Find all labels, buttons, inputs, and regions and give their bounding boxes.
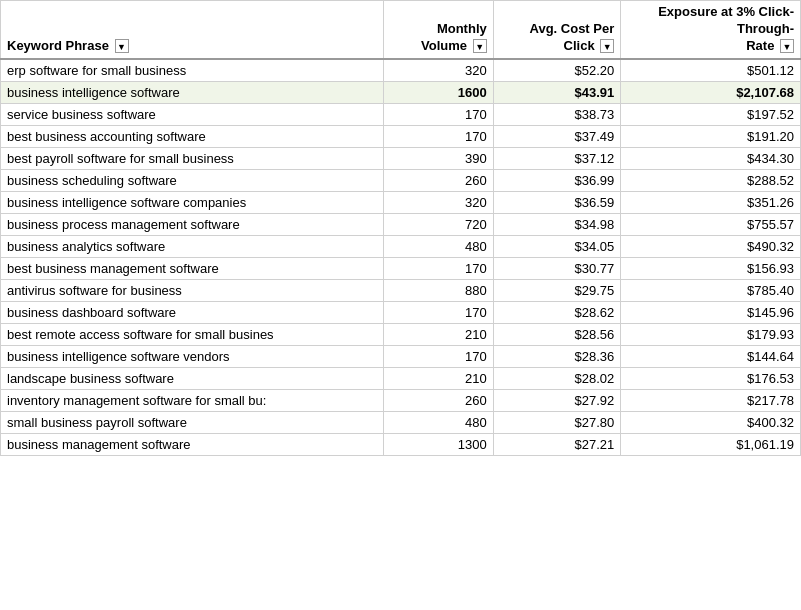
- cell-exposure: $145.96: [621, 301, 801, 323]
- cell-keyword: best business management software: [1, 257, 384, 279]
- table-row: best business management software170$30.…: [1, 257, 801, 279]
- cell-keyword: business intelligence software: [1, 81, 384, 103]
- cell-volume: 880: [383, 279, 493, 301]
- exposure-header-line2: Rate: [746, 38, 774, 53]
- cell-exposure: $197.52: [621, 103, 801, 125]
- exposure-filter-button[interactable]: ▼: [780, 39, 794, 53]
- cell-volume: 720: [383, 213, 493, 235]
- exposure-header-line1: Exposure at 3% Click-Through-: [658, 4, 794, 36]
- cell-cpc: $28.36: [493, 345, 621, 367]
- cell-keyword: service business software: [1, 103, 384, 125]
- cell-exposure: $501.12: [621, 59, 801, 82]
- table-row: best payroll software for small business…: [1, 147, 801, 169]
- cell-cpc: $28.62: [493, 301, 621, 323]
- cpc-header-line2: Click: [564, 38, 595, 53]
- table-row: best business accounting software170$37.…: [1, 125, 801, 147]
- cell-cpc: $37.12: [493, 147, 621, 169]
- cell-volume: 210: [383, 367, 493, 389]
- cell-keyword: inventory management software for small …: [1, 389, 384, 411]
- table-row: small business payroll software480$27.80…: [1, 411, 801, 433]
- cell-cpc: $30.77: [493, 257, 621, 279]
- cell-exposure: $191.20: [621, 125, 801, 147]
- cell-volume: 170: [383, 301, 493, 323]
- main-table-container: Keyword Phrase ▼ Monthly Volume ▼ Avg. C…: [0, 0, 801, 456]
- cell-exposure: $351.26: [621, 191, 801, 213]
- volume-header-line2: Volume: [421, 38, 467, 53]
- table-row: business intelligence software1600$43.91…: [1, 81, 801, 103]
- cell-cpc: $29.75: [493, 279, 621, 301]
- table-row: business intelligence software companies…: [1, 191, 801, 213]
- cell-keyword: best business accounting software: [1, 125, 384, 147]
- col-header-exposure: Exposure at 3% Click-Through- Rate ▼: [621, 1, 801, 59]
- cell-exposure: $1,061.19: [621, 433, 801, 455]
- table-row: business process management software720$…: [1, 213, 801, 235]
- cell-exposure: $217.78: [621, 389, 801, 411]
- cell-cpc: $28.56: [493, 323, 621, 345]
- cell-cpc: $28.02: [493, 367, 621, 389]
- table-row: business analytics software480$34.05$490…: [1, 235, 801, 257]
- cell-cpc: $34.98: [493, 213, 621, 235]
- cell-volume: 170: [383, 125, 493, 147]
- keyword-table: Keyword Phrase ▼ Monthly Volume ▼ Avg. C…: [0, 0, 801, 456]
- cell-volume: 170: [383, 345, 493, 367]
- cell-cpc: $36.59: [493, 191, 621, 213]
- cell-exposure: $144.64: [621, 345, 801, 367]
- cell-cpc: $27.80: [493, 411, 621, 433]
- cell-exposure: $434.30: [621, 147, 801, 169]
- cell-keyword: business dashboard software: [1, 301, 384, 323]
- table-row: business dashboard software170$28.62$145…: [1, 301, 801, 323]
- cell-exposure: $176.53: [621, 367, 801, 389]
- cell-keyword: business management software: [1, 433, 384, 455]
- cell-volume: 210: [383, 323, 493, 345]
- col-header-cpc: Avg. Cost Per Click ▼: [493, 1, 621, 59]
- table-row: best remote access software for small bu…: [1, 323, 801, 345]
- cell-keyword: landscape business software: [1, 367, 384, 389]
- cell-keyword: small business payroll software: [1, 411, 384, 433]
- cell-volume: 260: [383, 389, 493, 411]
- cell-cpc: $52.20: [493, 59, 621, 82]
- cell-exposure: $490.32: [621, 235, 801, 257]
- cell-volume: 260: [383, 169, 493, 191]
- cell-exposure: $156.93: [621, 257, 801, 279]
- cpc-header-line1: Avg. Cost Per: [530, 21, 615, 36]
- cell-keyword: erp software for small business: [1, 59, 384, 82]
- cell-volume: 320: [383, 59, 493, 82]
- cell-volume: 170: [383, 103, 493, 125]
- table-row: business intelligence software vendors17…: [1, 345, 801, 367]
- table-row: business scheduling software260$36.99$28…: [1, 169, 801, 191]
- cell-cpc: $36.99: [493, 169, 621, 191]
- cell-volume: 480: [383, 235, 493, 257]
- table-row: service business software170$38.73$197.5…: [1, 103, 801, 125]
- volume-filter-button[interactable]: ▼: [473, 39, 487, 53]
- table-row: antivirus software for business880$29.75…: [1, 279, 801, 301]
- cell-cpc: $38.73: [493, 103, 621, 125]
- cell-volume: 320: [383, 191, 493, 213]
- cell-keyword: business scheduling software: [1, 169, 384, 191]
- cell-volume: 1300: [383, 433, 493, 455]
- cell-exposure: $179.93: [621, 323, 801, 345]
- col-header-keyword: Keyword Phrase ▼: [1, 1, 384, 59]
- cell-exposure: $2,107.68: [621, 81, 801, 103]
- cell-cpc: $27.21: [493, 433, 621, 455]
- cell-cpc: $43.91: [493, 81, 621, 103]
- cpc-filter-button[interactable]: ▼: [600, 39, 614, 53]
- cell-cpc: $34.05: [493, 235, 621, 257]
- keyword-header-label: Keyword Phrase: [7, 38, 109, 53]
- cell-cpc: $27.92: [493, 389, 621, 411]
- table-row: erp software for small business320$52.20…: [1, 59, 801, 82]
- cell-keyword: business intelligence software vendors: [1, 345, 384, 367]
- cell-keyword: best remote access software for small bu…: [1, 323, 384, 345]
- cell-exposure: $288.52: [621, 169, 801, 191]
- cell-volume: 390: [383, 147, 493, 169]
- cell-keyword: business process management software: [1, 213, 384, 235]
- cell-volume: 170: [383, 257, 493, 279]
- cell-keyword: business analytics software: [1, 235, 384, 257]
- table-row: inventory management software for small …: [1, 389, 801, 411]
- table-row: landscape business software210$28.02$176…: [1, 367, 801, 389]
- cell-keyword: business intelligence software companies: [1, 191, 384, 213]
- col-header-volume: Monthly Volume ▼: [383, 1, 493, 59]
- keyword-filter-button[interactable]: ▼: [115, 39, 129, 53]
- cell-volume: 1600: [383, 81, 493, 103]
- cell-exposure: $785.40: [621, 279, 801, 301]
- table-row: business management software1300$27.21$1…: [1, 433, 801, 455]
